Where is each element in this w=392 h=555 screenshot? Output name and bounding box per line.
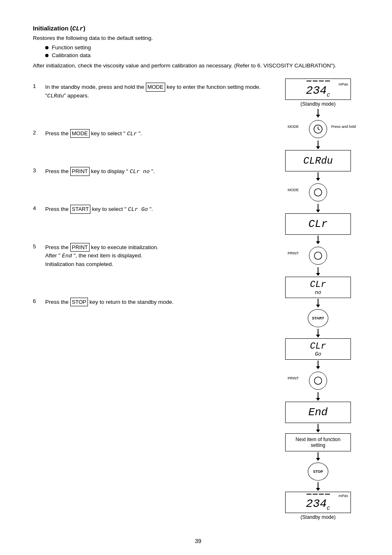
step-1: 1 In the standby mode, press and hold th…	[33, 83, 265, 100]
mode-btn-2-group: MODE	[309, 183, 327, 202]
start-button[interactable]: START	[308, 309, 328, 327]
clr-go-main: CLr	[310, 341, 326, 352]
mode-key-1: MODE	[146, 83, 165, 92]
title-text-bold: Initialization (	[33, 25, 72, 32]
section-header: Initialization (CLr) Restores the follow…	[33, 25, 363, 69]
print-button-2[interactable]	[309, 372, 327, 390]
arrow-10	[316, 392, 320, 401]
arrow-2	[316, 141, 320, 149]
page-title: Initialization (CLr)	[33, 25, 363, 32]
mode-btn-1-group: MODE Press and hold	[309, 119, 327, 139]
diagram-column: mPas 234c (Standby mode) MODE Press and …	[273, 79, 363, 521]
step-num-3: 3	[33, 167, 39, 173]
step-text-3: Press the PRINT key to display " CLr no …	[45, 167, 155, 176]
title-code: CLr	[72, 25, 83, 32]
end-text-display: End	[309, 406, 328, 419]
bullet-item-1: Function setting	[45, 44, 363, 51]
clr-text: CLr	[309, 218, 328, 230]
arrow-11	[316, 424, 320, 432]
go-sub: Go	[315, 352, 321, 357]
arrow-4	[316, 204, 320, 213]
steps-column: 1 In the standby mode, press and hold th…	[33, 79, 265, 521]
arrow-8	[316, 329, 320, 338]
step-num-2: 2	[33, 129, 39, 136]
print-btn-2-group: PRINT	[309, 371, 327, 391]
standby-display-bottom: mPas 234c	[285, 492, 351, 513]
title-end: )	[83, 25, 85, 32]
arrow-13	[316, 482, 320, 491]
bullet-dot-1	[45, 46, 48, 49]
page-content: Initialization (CLr) Restores the follow…	[33, 25, 363, 544]
clrdu-display: CLRdu	[285, 150, 351, 171]
arrow-9	[316, 361, 320, 369]
end-display: End	[285, 402, 351, 423]
stop-key-6: STOP	[70, 298, 88, 307]
print-btn-1-group: PRINT	[309, 246, 327, 266]
section-description: Restores the following data to the defau…	[33, 35, 363, 41]
step-3: 3 Press the PRINT key to display " CLr n…	[33, 167, 265, 176]
step-text-4: Press the START key to select " CLr Go "…	[45, 205, 153, 214]
clr-no-main: CLr	[310, 280, 326, 290]
next-item-box: Next item of function setting	[285, 433, 351, 451]
standby-label-top: (Standby mode)	[300, 101, 335, 107]
mPas-label-bottom: mPas	[339, 494, 348, 498]
after-init-text: After initialization, check the viscosit…	[33, 62, 363, 69]
standby-display-top: mPas 234c	[285, 79, 351, 100]
start-btn-group: START	[308, 309, 328, 327]
main-content: 1 In the standby mode, press and hold th…	[33, 79, 363, 521]
svg-point-1	[314, 252, 322, 259]
clr-go-display: CLr Go	[285, 338, 351, 360]
clr-go-text: CLr Go	[128, 206, 148, 213]
arrow-7	[316, 299, 320, 308]
print-button-1[interactable]	[309, 247, 327, 265]
step-6: 6 Press the STOP key to return to the st…	[33, 298, 265, 307]
arrow-12	[316, 452, 320, 461]
print-label-1: PRINT	[288, 251, 299, 255]
arrow-6	[316, 267, 320, 276]
svg-point-2	[314, 377, 322, 384]
sub-c-bottom: c	[327, 505, 330, 511]
sub-c-top: c	[327, 92, 330, 98]
clr-display: CLr	[285, 213, 351, 235]
page-number: 39	[33, 538, 363, 544]
step-num-4: 4	[33, 205, 39, 211]
step-num-1: 1	[33, 83, 39, 89]
step-num-5: 5	[33, 243, 39, 250]
step-text-2: Press the MODE key to select " CLr ".	[45, 129, 142, 138]
mode-button-1[interactable]	[309, 120, 327, 138]
no-sub: no	[315, 290, 321, 295]
standby-234-bottom: 234c	[306, 497, 330, 511]
mode-key-2: MODE	[70, 129, 90, 138]
bullet-item-2: Calibration data	[45, 52, 363, 58]
step-text-1: In the standby mode, press and hold the …	[45, 83, 265, 100]
end-text: End	[62, 253, 72, 259]
arrow-1	[316, 109, 320, 118]
clr-text-2: CLr	[127, 131, 137, 137]
arrow-3	[316, 172, 320, 181]
start-key-4: START	[70, 205, 90, 214]
print-key-3: PRINT	[70, 167, 90, 176]
step-text-5: Press the PRINT key to execute initializ…	[45, 243, 159, 269]
step-4: 4 Press the START key to select " CLr Go…	[33, 205, 265, 214]
standby-top-group: mPas 234c (Standby mode)	[285, 79, 351, 108]
step-2: 2 Press the MODE key to select " CLr ".	[33, 129, 265, 138]
mPas-label-top: mPas	[339, 82, 348, 86]
arrow-5	[316, 236, 320, 244]
mode-label-2: MODE	[288, 188, 299, 192]
clr-no-display: CLr no	[285, 277, 351, 298]
step-5: 5 Press the PRINT key to execute initial…	[33, 243, 265, 269]
standby-bottom-group: mPas 234c (Standby mode)	[285, 492, 351, 521]
standby-label-bottom: (Standby mode)	[300, 514, 335, 520]
press-hold-label: Press and hold	[331, 125, 356, 129]
mode-label-1: MODE	[288, 125, 299, 129]
svg-point-0	[314, 189, 322, 196]
clrdu-text: CLRdu	[303, 155, 333, 166]
bullet-list: Function setting Calibration data	[45, 44, 363, 58]
step-text-6: Press the STOP key to return to the stan…	[45, 298, 174, 307]
stop-button[interactable]: STOP	[308, 462, 328, 481]
cladr-display-text: CLRdu	[47, 93, 64, 99]
step-num-6: 6	[33, 298, 39, 304]
bullet-dot-2	[45, 54, 48, 57]
standby-234-top: 234c	[306, 84, 330, 98]
mode-button-2[interactable]	[309, 183, 327, 201]
